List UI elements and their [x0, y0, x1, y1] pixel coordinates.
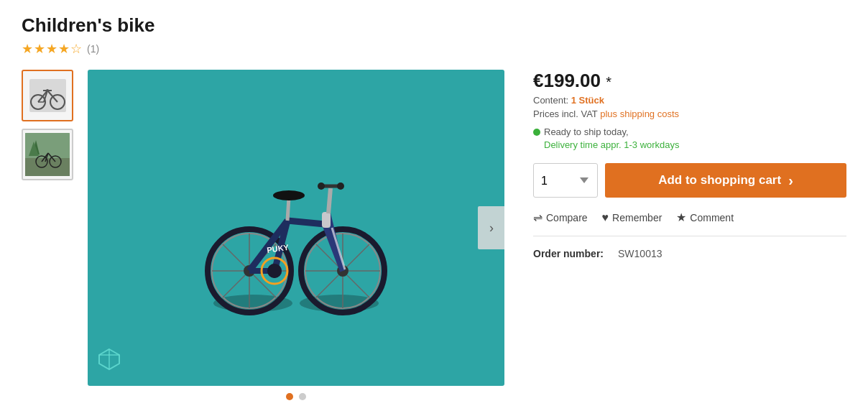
compare-label: Compare: [546, 212, 588, 223]
content-row: Content: 1 Stück: [533, 95, 846, 106]
dot-1[interactable]: [286, 393, 293, 400]
thumbnail-list: [22, 70, 73, 180]
order-number-value: SW10013: [618, 248, 662, 259]
add-to-cart-label: Add to shopping cart: [658, 173, 781, 188]
product-info-panel: €199.00 * Content: 1 Stück Prices incl. …: [519, 70, 846, 259]
price-value: €199.00: [533, 70, 601, 91]
svg-point-56: [273, 190, 305, 200]
shipping-link[interactable]: plus shipping costs: [600, 108, 679, 119]
next-image-arrow[interactable]: ›: [478, 206, 504, 249]
svg-point-8: [46, 89, 49, 92]
cart-arrow-icon: ›: [788, 172, 793, 189]
svg-line-51: [328, 188, 331, 213]
prices-label: Prices incl. VAT: [533, 108, 598, 119]
svg-point-54: [337, 183, 344, 190]
add-to-cart-row: 1 2 3 4 5 Add to shopping cart ›: [533, 163, 846, 198]
image-dots: [88, 393, 504, 400]
delivery-row: Delivery time appr. 1-3 workdays: [533, 139, 846, 150]
price-display: €199.00 *: [533, 70, 846, 92]
star-rating: ★★★★☆: [22, 41, 83, 57]
product-title: Children's bike: [22, 14, 846, 37]
svg-line-39: [347, 275, 369, 297]
heart-icon: ♥: [602, 211, 609, 224]
comment-label: Comment: [690, 212, 734, 223]
order-number-label: Order number:: [533, 248, 604, 259]
svg-line-43: [287, 221, 325, 224]
star-icon: ★: [676, 211, 686, 224]
price-asterisk: *: [606, 74, 611, 90]
dot-2[interactable]: [299, 393, 306, 400]
product-body: PUKY › €199.00 * Content:: [22, 70, 846, 400]
remember-action[interactable]: ♥ Remember: [602, 211, 662, 224]
svg-line-30: [223, 275, 245, 297]
availability-text: Ready to ship today,: [544, 126, 629, 137]
availability-row: Ready to ship today,: [533, 126, 846, 137]
main-image: PUKY ›: [88, 70, 504, 386]
svg-line-27: [223, 244, 245, 267]
svg-line-41: [316, 275, 338, 297]
quantity-select[interactable]: 1 2 3 4 5: [533, 163, 598, 198]
content-label: Content:: [533, 95, 568, 106]
svg-line-55: [287, 198, 289, 221]
thumbnail-2[interactable]: [22, 129, 73, 180]
availability-dot: [533, 129, 540, 136]
action-row: ⇌ Compare ♥ Remember ★ Comment: [533, 211, 846, 236]
content-value: 1 Stück: [571, 95, 604, 106]
main-image-container: PUKY ›: [88, 70, 504, 400]
shipping-row: Prices incl. VAT plus shipping costs: [533, 108, 846, 119]
rating-count: (1): [87, 43, 99, 55]
comment-action[interactable]: ★ Comment: [676, 211, 734, 224]
order-row: Order number: SW10013: [533, 248, 846, 259]
3d-view-icon[interactable]: [98, 348, 121, 376]
rating-row: ★★★★☆ (1): [22, 41, 846, 57]
svg-point-53: [318, 183, 325, 190]
delivery-text: Delivery time appr. 1-3 workdays: [544, 139, 680, 150]
svg-rect-49: [322, 212, 331, 228]
thumbnail-1[interactable]: [22, 70, 73, 121]
add-to-cart-button[interactable]: Add to shopping cart ›: [605, 163, 846, 198]
svg-point-58: [267, 264, 282, 278]
compare-action[interactable]: ⇌ Compare: [533, 211, 588, 224]
remember-label: Remember: [612, 212, 662, 223]
svg-line-40: [347, 244, 369, 267]
compare-icon: ⇌: [533, 211, 542, 224]
